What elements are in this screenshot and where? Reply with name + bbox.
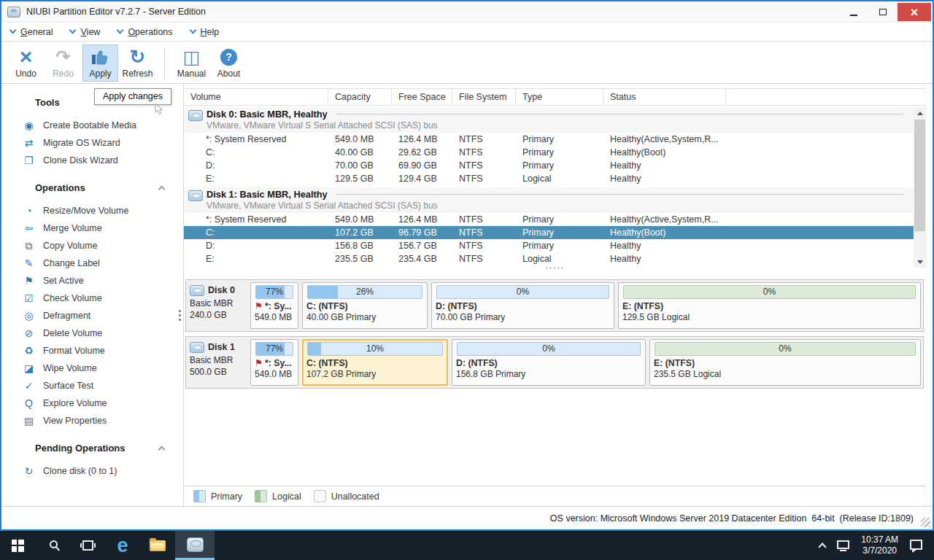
partition-block-disk0-d[interactable]: 0% D: (NTFS) 70.00 GB Primary xyxy=(431,282,614,329)
redo-button[interactable]: ↷ Redo xyxy=(46,45,80,81)
sidebar-item-resize-move-volume[interactable]: ◔Resize/Move Volume xyxy=(1,202,183,219)
title-bar: NIUBI Partition Editor v7.2.7 - Server E… xyxy=(1,1,933,22)
column-status[interactable]: Status xyxy=(603,89,726,105)
minimize-button[interactable] xyxy=(839,3,868,21)
scroll-up-icon[interactable] xyxy=(914,107,926,119)
maximize-button[interactable] xyxy=(868,3,898,21)
scrollbar-thumb[interactable] xyxy=(914,120,925,231)
legend-logical: Logical xyxy=(255,490,301,502)
chevron-up-icon xyxy=(158,446,166,453)
menu-view[interactable]: View xyxy=(70,27,100,37)
sidebar-splitter-handle[interactable] xyxy=(179,310,181,312)
sidebar-item-defragment[interactable]: ◎Defragment xyxy=(1,307,183,324)
migrate-os-icon: ⇄ xyxy=(23,138,35,148)
taskbar-internet-explorer[interactable]: e xyxy=(105,531,140,560)
taskbar-file-explorer[interactable] xyxy=(140,531,175,560)
system-tray: 10:37 AM 3/7/2020 xyxy=(819,531,934,560)
sidebar-item-delete-volume[interactable]: ⊘Delete Volume xyxy=(1,324,183,342)
window-resize-grip[interactable] xyxy=(921,518,930,527)
sidebar-item-pending-clone-disk[interactable]: ↻Clone disk (0 to 1) xyxy=(1,462,183,480)
manual-button[interactable]: ◫ Manual xyxy=(174,45,209,81)
table-scrollbar[interactable] xyxy=(914,107,926,268)
sidebar-item-view-properties[interactable]: ▤View Properties xyxy=(1,412,183,429)
refresh-icon: ↻ xyxy=(130,47,146,67)
partition-block-disk0-c[interactable]: 26% C: (NTFS) 40.00 GB Primary xyxy=(302,282,428,329)
menu-operations[interactable]: Operations xyxy=(117,27,172,37)
section-operations-heading[interactable]: Operations xyxy=(1,179,183,195)
pending-clone-icon: ↻ xyxy=(23,466,35,476)
sidebar-item-surface-test[interactable]: ✓Surface Test xyxy=(1,377,183,394)
partition-block-disk0-sysres[interactable]: 77% ⚑*: Sy... 549.0 MB xyxy=(250,282,298,329)
apply-thumbs-up-icon xyxy=(91,47,110,67)
table-row[interactable]: D: 156.8 GB 156.7 GB NTFS Primary Health… xyxy=(184,239,914,252)
network-icon[interactable] xyxy=(837,540,849,549)
close-button[interactable] xyxy=(898,3,931,21)
os-version-text: OS version: Microsoft Windows Server 201… xyxy=(550,513,914,524)
sidebar-item-format-volume[interactable]: ♻Format Volume xyxy=(1,342,183,359)
disk1-info[interactable]: Disk 1 Basic MBR 500.0 GB xyxy=(188,339,247,386)
taskbar-search-button[interactable] xyxy=(35,531,70,560)
table-row[interactable]: *: System Reserved 549.0 MB 126.4 MB NTF… xyxy=(184,133,914,146)
column-volume[interactable]: Volume xyxy=(184,89,328,105)
redo-icon: ↷ xyxy=(55,47,70,67)
partition-block-disk1-d[interactable]: 0% D: (NTFS) 156.8 GB Primary xyxy=(452,339,646,386)
taskbar-clock[interactable]: 10:37 AM 3/7/2020 xyxy=(861,534,898,556)
sidebar-item-check-volume[interactable]: ☑Check Volume xyxy=(1,289,183,307)
folder-icon xyxy=(150,540,166,551)
about-question-icon: ? xyxy=(220,47,237,67)
table-row[interactable]: C: 40.00 GB 29.62 GB NTFS Primary Health… xyxy=(184,146,914,159)
start-button[interactable] xyxy=(0,531,35,560)
table-row-selected[interactable]: C: 107.2 GB 96.79 GB NTFS Primary Health… xyxy=(184,226,914,239)
action-center-icon[interactable] xyxy=(910,540,922,550)
sidebar-item-create-bootable-media[interactable]: ◉Create Bootable Media xyxy=(1,117,183,134)
sidebar-item-wipe-volume[interactable]: ◪Wipe Volume xyxy=(1,359,183,377)
column-capacity[interactable]: Capacity xyxy=(328,89,392,105)
partition-block-disk0-e[interactable]: 0% E: (NTFS) 129.5 GB Logical xyxy=(618,282,921,329)
sidebar-item-merge-volume[interactable]: ⇦Merge Volume xyxy=(1,219,183,237)
column-file-system[interactable]: File System xyxy=(452,89,516,105)
table-row[interactable]: *: System Reserved 549.0 MB 126.4 MB NTF… xyxy=(184,213,914,226)
table-splitter-handle[interactable] xyxy=(545,265,565,271)
sidebar-item-clone-disk-wizard[interactable]: ❐Clone Disk Wizard xyxy=(1,152,183,169)
task-view-button[interactable] xyxy=(70,531,105,560)
disk1-map-panel: Disk 1 Basic MBR 500.0 GB 77% ⚑*: Sy... … xyxy=(185,336,924,389)
column-type[interactable]: Type xyxy=(516,89,603,105)
section-pending-operations-heading[interactable]: Pending Operations xyxy=(1,440,183,456)
taskbar: e 10:37 AM 3/7/2020 xyxy=(0,531,934,560)
apply-button[interactable]: Apply xyxy=(83,45,117,81)
refresh-button[interactable]: ↻ Refresh xyxy=(120,45,155,81)
table-row[interactable]: D: 70.00 GB 69.90 GB NTFS Primary Health… xyxy=(184,159,914,172)
window-title: NIUBI Partition Editor v7.2.7 - Server E… xyxy=(26,7,206,17)
partition-block-disk1-e[interactable]: 0% E: (NTFS) 235.5 GB Logical xyxy=(649,339,921,386)
undo-button[interactable]: × Undo xyxy=(9,45,43,81)
about-button[interactable]: ? About xyxy=(212,45,246,81)
change-label-icon: ✎ xyxy=(23,258,35,268)
sidebar-item-copy-volume[interactable]: ⧉Copy Volume xyxy=(1,237,183,254)
legend-primary: Primary xyxy=(193,490,242,502)
sidebar-item-migrate-os-wizard[interactable]: ⇄Migrate OS Wizard xyxy=(1,134,183,152)
close-icon xyxy=(911,6,919,19)
menu-general[interactable]: General xyxy=(10,27,53,37)
taskbar-niubi-app-active[interactable] xyxy=(175,531,215,560)
unallocated-swatch-icon xyxy=(314,490,326,502)
scroll-down-icon[interactable] xyxy=(914,256,926,268)
disk1-group-header[interactable]: Disk 1: Basic MBR, Healthy VMware, VMwar… xyxy=(184,187,914,213)
menu-help[interactable]: Help xyxy=(190,27,220,37)
logical-swatch-icon xyxy=(255,490,267,502)
table-row[interactable]: E: 129.5 GB 129.4 GB NTFS Logical Health… xyxy=(184,172,914,185)
sidebar-item-explore-volume[interactable]: QExplore Volume xyxy=(1,394,183,412)
app-logo-icon xyxy=(7,7,20,18)
sidebar-item-change-label[interactable]: ✎Change Label xyxy=(1,254,183,272)
app-window: NIUBI Partition Editor v7.2.7 - Server E… xyxy=(0,0,934,531)
internet-explorer-icon: e xyxy=(117,536,128,556)
disk-icon xyxy=(188,190,203,201)
disk0-group-header[interactable]: Disk 0: Basic MBR, Healthy VMware, VMwar… xyxy=(184,107,914,133)
partition-block-disk1-c-selected[interactable]: 10% C: (NTFS) 107.2 GB Primary xyxy=(302,339,448,386)
wipe-volume-icon: ◪ xyxy=(23,363,35,373)
content-area: Volume Capacity Free Space File System T… xyxy=(184,84,933,506)
column-free-space[interactable]: Free Space xyxy=(392,89,452,105)
partition-block-disk1-sysres[interactable]: 77% ⚑*: Sy... 549.0 MB xyxy=(250,339,298,386)
tray-chevron-up-icon[interactable] xyxy=(819,542,827,551)
sidebar-item-set-active[interactable]: ⚑Set Active xyxy=(1,272,183,289)
disk0-info[interactable]: Disk 0 Basic MBR 240.0 GB xyxy=(188,282,247,329)
